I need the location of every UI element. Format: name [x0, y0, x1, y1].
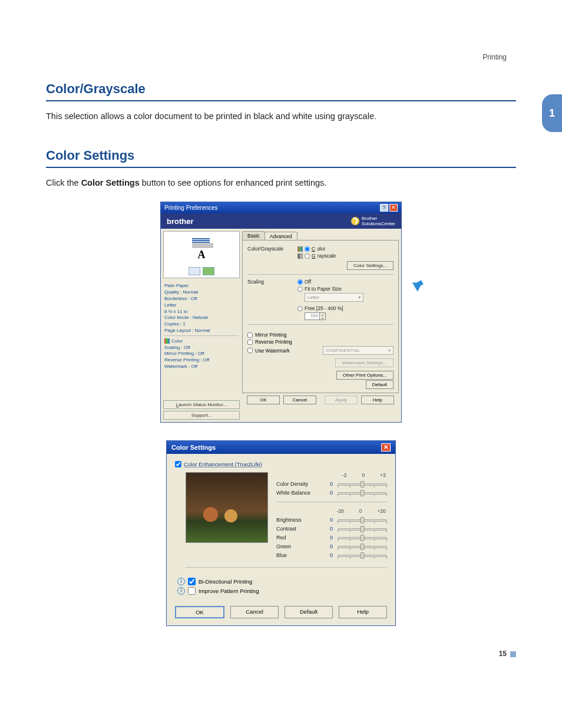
default-button[interactable]: Default — [366, 380, 394, 389]
chevron-down-icon: ▾ — [358, 295, 361, 300]
close-icon[interactable]: ✕ — [389, 204, 398, 212]
paper-size-select[interactable]: Letter▾ — [305, 293, 363, 302]
color-settings-dialog: Color Settings ✕ Color Enhancement (True… — [166, 440, 396, 626]
heading-color-settings: Color Settings — [46, 148, 516, 163]
slider-color-density[interactable]: Color Density 0 — [276, 481, 387, 487]
help-icon[interactable]: ? — [380, 204, 388, 212]
solutions-center-link[interactable]: BrotherSolutionsCenter — [351, 216, 395, 226]
heading-color-grayscale: Color/Grayscale — [46, 81, 516, 97]
radio-grayscale[interactable]: Grayscale — [297, 253, 394, 259]
section-rule — [46, 167, 516, 168]
default-button[interactable]: Default — [285, 606, 333, 618]
page-header: Printing — [482, 53, 507, 61]
dialog-title: Color Settings — [171, 444, 216, 451]
color-grayscale-label: Color/Grayscale — [247, 246, 297, 252]
help-button[interactable]: Help — [361, 396, 394, 404]
cancel-button[interactable]: Cancel — [283, 396, 316, 404]
printing-preferences-dialog: Printing Preferences ? ✕ brother Brother… — [160, 202, 402, 422]
slider-white-balance[interactable]: White Balance 0 — [276, 490, 387, 496]
watermark-settings-button[interactable]: Watermark Settings... — [335, 358, 394, 367]
tab-content-advanced: Color/Grayscale Color Grayscale Color Se… — [242, 240, 399, 393]
scale-labels-2: -200+20 — [276, 508, 387, 514]
dialog-footer: OK Cancel Default Help — [167, 602, 395, 625]
slider-red[interactable]: Red0 — [276, 535, 387, 541]
section1-body: This selection allows a color document t… — [46, 110, 516, 123]
radio-color[interactable]: Color — [297, 246, 394, 252]
dialog-title: Printing Preferences — [164, 205, 218, 211]
support-button[interactable]: Support... — [163, 411, 240, 420]
color-settings-button[interactable]: Color Settings... — [347, 261, 394, 270]
help-button[interactable]: Help — [339, 606, 387, 618]
info-icon: i — [177, 578, 185, 585]
ok-button[interactable]: OK — [247, 396, 280, 404]
scale-labels: -20+2 — [276, 472, 387, 478]
scaling-label: Scaling — [247, 279, 297, 285]
check-reverse-printing[interactable]: Reverse Printing — [247, 339, 394, 345]
brand-logo: brother — [167, 217, 194, 226]
chapter-tab: 1 — [542, 94, 562, 132]
check-color-enhancement[interactable]: Color Enhancement (True2Life) — [175, 461, 387, 467]
section-rule — [46, 100, 516, 101]
grayscale-swatch-icon — [297, 253, 303, 259]
preview-image — [186, 472, 268, 543]
close-icon[interactable]: ✕ — [381, 443, 391, 452]
solutions-icon — [351, 217, 359, 225]
scale-percent-stepper[interactable]: 100▲▼ — [305, 312, 394, 320]
page-preview: A — [163, 231, 240, 278]
settings-summary: Plain Paper Quality : Normal Borderless … — [163, 281, 240, 374]
tab-strip: Basic Advanced — [242, 231, 399, 240]
chart-icon — [189, 267, 200, 275]
check-bidirectional-printing[interactable]: i Bi-Directional Printing — [177, 578, 387, 585]
dialog-footer: OK Cancel Apply Help — [242, 393, 399, 408]
slider-contrast[interactable]: Contrast0 — [276, 526, 387, 532]
tab-basic[interactable]: Basic — [242, 231, 265, 240]
color-swatch-icon — [297, 246, 303, 252]
photo-icon — [203, 267, 214, 275]
ok-button[interactable]: OK — [175, 606, 224, 618]
section2-body: Click the Color Settings button to see o… — [46, 176, 516, 190]
chevron-down-icon: ▾ — [388, 348, 391, 353]
radio-fit-paper[interactable]: Fit to Paper Size — [297, 286, 394, 292]
slider-green[interactable]: Green0 — [276, 543, 387, 549]
dialog-titlebar: Color Settings ✕ — [167, 441, 395, 454]
watermark-select[interactable]: CONFIDENTIAL▾ — [323, 346, 394, 355]
slider-brightness[interactable]: Brightness0 — [276, 517, 387, 523]
info-icon: i — [177, 587, 185, 595]
check-improve-pattern[interactable]: i Improve Pattern Printing — [177, 587, 387, 595]
tab-advanced[interactable]: Advanced — [265, 232, 297, 241]
slider-blue[interactable]: Blue0 — [276, 552, 387, 558]
page-number: 15 — [46, 650, 516, 658]
cancel-button[interactable]: Cancel — [230, 606, 279, 618]
brand-bar: brother BrotherSolutionsCenter — [161, 213, 401, 229]
color-swatch-icon — [164, 338, 170, 344]
dialog-titlebar: Printing Preferences ? ✕ — [161, 202, 401, 213]
apply-button[interactable]: Apply — [325, 396, 358, 404]
launch-status-monitor-button[interactable]: Launch Status Monitor... — [163, 400, 240, 409]
other-print-options-button[interactable]: Other Print Options... — [336, 371, 394, 380]
radio-free-scale[interactable]: Free [25 - 400 %] — [297, 305, 394, 311]
radio-scaling-off[interactable]: Off — [297, 279, 394, 285]
check-mirror-printing[interactable]: Mirror Printing — [247, 332, 394, 338]
check-use-watermark[interactable]: Use Watermark CONFIDENTIAL▾ — [247, 346, 394, 355]
preview-panel: A Plain Paper Quality : Normal Borderles… — [163, 231, 240, 419]
